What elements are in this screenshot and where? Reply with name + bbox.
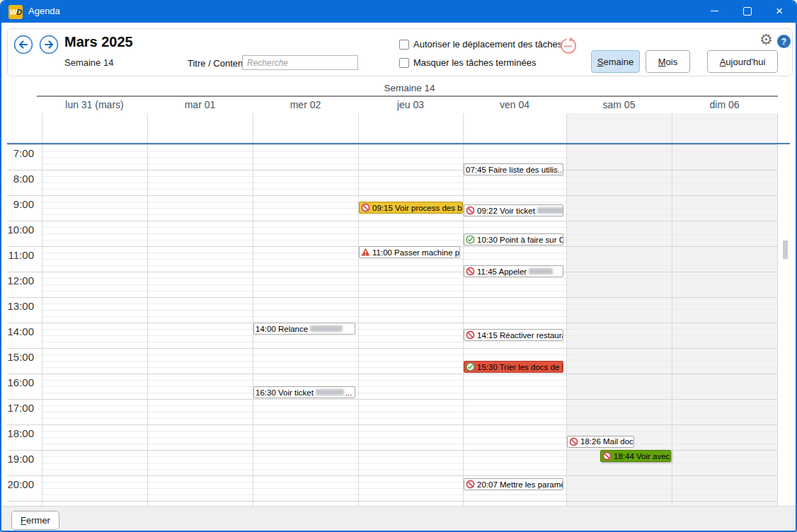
- minimize-button[interactable]: [701, 0, 727, 22]
- calendar-event[interactable]: 11:00 Passer machine pro: [359, 246, 460, 258]
- event-label: 20:07 Mettre les paramèt: [477, 480, 563, 489]
- redacted-text: [316, 389, 344, 395]
- reset-button[interactable]: RESET: [559, 37, 578, 55]
- allday-row: [1, 113, 797, 143]
- previous-week-button[interactable]: [13, 35, 33, 54]
- day-header: dim 06: [672, 99, 777, 110]
- calendar-event[interactable]: 15:30 Trier les docs de Br: [464, 361, 563, 373]
- calendar-event[interactable]: 11:45 Appeler: [464, 265, 563, 277]
- day-header: sam 05: [566, 99, 672, 110]
- arrow-left-icon: [13, 35, 33, 54]
- event-label-tail: ...: [345, 388, 352, 397]
- calendar-week-header: Semaine 14: [42, 83, 777, 93]
- calendar-event[interactable]: 18:26 Mail doc v: [567, 436, 634, 448]
- time-label: 20:00: [1, 478, 34, 490]
- close-icon: ×: [776, 5, 783, 17]
- minimize-icon: [711, 11, 718, 12]
- time-label: 9:00: [1, 198, 34, 210]
- month-title: Mars 2025: [64, 34, 133, 50]
- time-label: 7:00: [1, 147, 34, 159]
- event-label: 18:44 Voir avec: [614, 452, 670, 461]
- vertical-scrollbar-thumb[interactable]: [783, 241, 788, 259]
- calendar-event[interactable]: 07:45 Faire liste des utilis...: [464, 163, 563, 175]
- time-label: 17:00: [1, 402, 34, 414]
- event-label: 18:26 Mail doc v: [580, 437, 634, 446]
- maximize-button[interactable]: [735, 0, 760, 22]
- calendar-grid: 7:008:009:0010:0011:0012:0013:0014:0015:…: [1, 144, 797, 506]
- time-label: 19:00: [1, 453, 34, 465]
- calendar-event[interactable]: 09:22 Voir ticket: [464, 204, 563, 216]
- checkbox-icon: [399, 58, 409, 68]
- forbidden-icon: [466, 267, 475, 276]
- time-label: 10:00: [1, 224, 34, 236]
- calendar-event[interactable]: 10:30 Point à faire sur CA: [464, 233, 563, 245]
- event-label: 11:45 Appeler: [477, 267, 527, 276]
- forbidden-icon: [361, 203, 370, 212]
- arrow-right-icon: [39, 35, 59, 54]
- toolbar-panel: Mars 2025 Semaine 14 Titre / Contenu Aut…: [7, 28, 793, 76]
- close-window-button[interactable]: ×: [767, 0, 792, 22]
- next-week-button[interactable]: [39, 35, 59, 54]
- today-button[interactable]: Aujourd'hui: [707, 50, 778, 73]
- header-divider: [37, 96, 778, 97]
- time-label: 8:00: [1, 173, 34, 185]
- checkbox-allow-move-label: Autoriser le déplacement des tâches: [413, 39, 562, 50]
- redacted-text: [529, 268, 553, 274]
- window-title: Agenda: [28, 0, 60, 23]
- time-label: 13:00: [1, 300, 34, 312]
- time-label: 12:00: [1, 274, 34, 287]
- search-input[interactable]: [242, 55, 358, 70]
- redacted-text: [537, 207, 563, 214]
- forbidden-icon: [569, 437, 578, 446]
- title-bar: WD Agenda ×: [0, 0, 797, 23]
- event-label: 09:22 Voir ticket: [477, 207, 535, 215]
- calendar-event[interactable]: 16:30 Voir ticket...: [253, 386, 355, 398]
- help-icon[interactable]: ?: [777, 35, 791, 48]
- done-check-icon: [466, 362, 475, 371]
- month-view-button[interactable]: Mois: [646, 50, 690, 73]
- forbidden-icon: [466, 330, 475, 340]
- app-logo-icon: WD: [8, 5, 23, 19]
- forbidden-icon: [466, 206, 475, 215]
- week-subtitle: Semaine 14: [64, 57, 113, 68]
- event-label: 14:00 Relance: [256, 325, 308, 333]
- time-label: 18:00: [1, 427, 34, 439]
- time-label: 15:00: [1, 351, 34, 363]
- search-label: Titre / Contenu: [188, 58, 248, 69]
- time-label: 16:00: [1, 376, 34, 388]
- event-label: 16:30 Voir ticket: [256, 388, 314, 397]
- day-header: lun 31 (mars): [42, 99, 147, 110]
- close-button[interactable]: Fermer: [11, 511, 59, 530]
- event-label: 07:45 Faire liste des utilis...: [466, 166, 563, 174]
- reset-icon: RESET: [559, 37, 578, 55]
- day-header: mer 02: [253, 99, 358, 110]
- event-label: 10:30 Point à faire sur CA: [477, 236, 563, 244]
- checkbox-hide-done-label: Masquer les tâches terminées: [413, 57, 536, 68]
- calendar-event[interactable]: 09:15 Voir process des bo: [359, 202, 463, 214]
- calendar-event[interactable]: 14:00 Relance: [253, 323, 355, 335]
- redacted-text: [310, 325, 343, 332]
- calendar-event[interactable]: 14:15 Réactiver restaura: [464, 329, 563, 341]
- calendar-event[interactable]: 20:07 Mettre les paramèt: [464, 478, 563, 490]
- warning-icon: [361, 248, 370, 257]
- maximize-icon: [743, 7, 752, 16]
- forbidden-icon: [602, 451, 612, 461]
- time-label: 11:00: [1, 249, 34, 261]
- footer-bar: Fermer: [1, 506, 797, 532]
- day-header: mar 01: [147, 99, 253, 110]
- event-label: 11:00 Passer machine pro: [372, 248, 460, 257]
- event-label: 14:15 Réactiver restaura: [477, 331, 563, 340]
- checkbox-allow-move-tasks[interactable]: Autoriser le déplacement des tâches: [399, 39, 562, 50]
- svg-text:RESET: RESET: [564, 45, 573, 48]
- calendar-event[interactable]: 18:44 Voir avec: [600, 450, 671, 462]
- checkbox-hide-done-tasks[interactable]: Masquer les tâches terminées: [399, 57, 536, 68]
- forbidden-icon: [466, 480, 475, 489]
- event-label: 09:15 Voir process des bo: [372, 204, 463, 212]
- done-check-icon: [466, 235, 475, 244]
- checkbox-icon: [399, 40, 409, 50]
- week-view-button[interactable]: Semaine: [591, 50, 640, 73]
- settings-gear-icon[interactable]: ⚙: [759, 31, 773, 48]
- day-header: ven 04: [463, 99, 566, 110]
- app-window: WD Agenda × Mars 2025 Semaine 14 Titre /…: [0, 0, 797, 532]
- day-header: jeu 03: [358, 99, 463, 110]
